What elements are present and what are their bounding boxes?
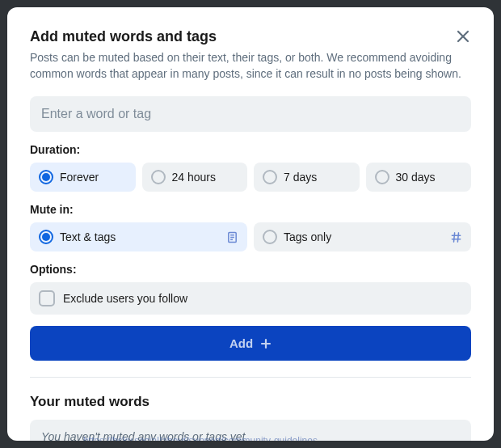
background-url-text: https://bsky.social/about/support/commun… [83,435,318,441]
options-label: Options: [30,263,471,276]
modal-header: Add muted words and tags [30,28,471,45]
svg-line-9 [457,233,458,242]
plus-icon [260,338,272,349]
close-button[interactable] [453,27,473,46]
radio-icon [39,230,53,244]
mute-in-options: Text & tags Tags only [30,222,471,251]
duration-forever[interactable]: Forever [30,163,136,192]
mute-tags-only[interactable]: Tags only [254,222,471,251]
mute-in-label: Mute in: [30,203,471,216]
radio-icon [263,170,277,184]
radio-icon [263,230,277,244]
duration-7-days[interactable]: 7 days [254,163,360,192]
duration-24-hours[interactable]: 24 hours [142,163,248,192]
close-icon [456,29,470,44]
divider [30,377,471,378]
duration-options: Forever 24 hours 7 days 30 days [30,163,471,192]
document-icon [226,231,238,243]
word-input[interactable] [30,96,471,132]
radio-icon [375,170,389,184]
radio-label: Forever [60,171,99,184]
exclude-follows-checkbox[interactable]: Exclude users you follow [30,282,471,315]
duration-label: Duration: [30,143,471,156]
add-button-label: Add [229,336,253,350]
mute-text-and-tags[interactable]: Text & tags [30,222,247,251]
modal-title: Add muted words and tags [30,28,471,45]
mute-words-modal: Add muted words and tags Posts can be mu… [7,7,494,441]
duration-30-days[interactable]: 30 days [366,163,472,192]
checkbox-icon [39,290,55,306]
radio-label: 30 days [396,171,436,184]
radio-label: Text & tags [60,230,116,243]
modal-description: Posts can be muted based on their text, … [30,50,471,82]
radio-label: 7 days [284,171,317,184]
radio-icon [39,170,53,184]
add-button[interactable]: Add [30,326,471,361]
your-words-title: Your muted words [30,394,471,410]
hash-icon [450,231,462,243]
radio-label: Tags only [284,230,331,243]
radio-icon [151,170,166,184]
radio-label: 24 hours [172,171,216,184]
checkbox-label: Exclude users you follow [63,292,187,305]
svg-line-8 [454,233,455,242]
